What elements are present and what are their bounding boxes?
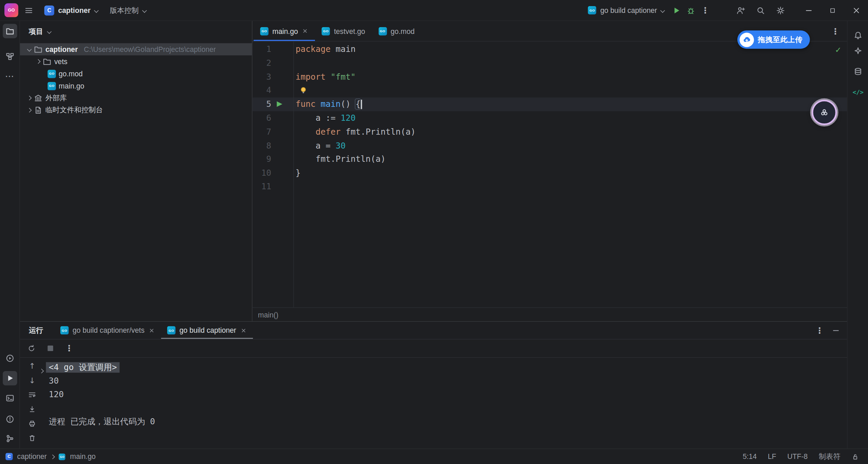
print-icon[interactable] <box>25 417 39 430</box>
collapse-chevron-icon[interactable] <box>27 96 32 100</box>
project-selector[interactable]: C captioner <box>39 2 103 18</box>
console-more-icon[interactable]: ⋮ <box>62 341 76 355</box>
console-body: ↑ ↓ <4 go 设置调用> 30 120 进程 已完成，退出代码为 0 <box>20 358 847 448</box>
window-maximize-button[interactable] <box>821 0 844 21</box>
more-tools-icon[interactable]: ··· <box>3 69 17 83</box>
hide-panel-icon[interactable] <box>831 326 840 335</box>
tree-row-external-libraries[interactable]: 外部库 <box>20 92 252 104</box>
breadcrumb-main[interactable]: main() <box>258 310 278 318</box>
chevron-down-icon <box>660 8 665 13</box>
project-panel-header[interactable]: 项目 <box>20 21 252 41</box>
next-occurrence-icon[interactable]: ↓ <box>25 374 39 387</box>
clear-console-icon[interactable] <box>25 431 39 445</box>
collapse-chevron-icon[interactable] <box>36 59 41 64</box>
main-menu-icon[interactable] <box>22 3 36 17</box>
inspections-ok-icon[interactable]: ✓ <box>835 45 841 54</box>
library-icon <box>34 94 43 102</box>
tab-label: testvet.go <box>334 27 365 35</box>
window-close-button[interactable] <box>844 0 868 21</box>
project-panel-title: 项目 <box>29 26 43 36</box>
go-file-icon: GO <box>59 453 66 460</box>
code-line-10[interactable]: } <box>296 166 301 180</box>
console-fold-text[interactable]: <4 go 设置调用> <box>46 362 120 372</box>
console-line: 120 <box>49 388 842 401</box>
tree-row-maingo[interactable]: GO main.go <box>20 80 252 92</box>
notifications-bell-icon[interactable] <box>851 28 865 42</box>
run-tool-icon[interactable] <box>3 371 17 385</box>
rerun-icon[interactable] <box>24 341 39 355</box>
collapse-chevron-icon[interactable] <box>27 108 32 113</box>
breadcrumb-chevron-icon <box>51 454 55 459</box>
floating-assistant-widget[interactable] <box>811 100 837 125</box>
encoding-widget[interactable]: UTF-8 <box>787 452 808 461</box>
run-config-selector[interactable]: GO go build captioner <box>583 2 669 18</box>
scroll-to-end-icon[interactable] <box>25 403 39 416</box>
problems-tool-icon[interactable] <box>3 412 17 426</box>
indent-widget[interactable]: 制表符 <box>819 451 841 461</box>
window-minimize-button[interactable] <box>796 0 820 21</box>
line-number: 9 <box>252 152 271 166</box>
stop-icon[interactable] <box>43 341 57 355</box>
search-everywhere-icon[interactable] <box>753 3 768 17</box>
run-options-icon[interactable]: ⋮ <box>815 326 824 335</box>
prev-occurrence-icon[interactable]: ↑ <box>25 360 39 373</box>
close-tab-icon[interactable] <box>302 28 309 35</box>
vcs-widget[interactable]: 版本控制 <box>105 2 151 18</box>
structure-tool-icon[interactable] <box>3 49 17 63</box>
drag-upload-button[interactable]: 拖拽至此上传 <box>737 31 810 49</box>
code-line-8[interactable]: a = 30 <box>296 139 346 153</box>
console-fold-expander[interactable] <box>40 365 43 375</box>
debug-button[interactable] <box>684 3 698 17</box>
tree-label: captioner <box>45 45 78 53</box>
soft-wrap-icon[interactable] <box>25 388 39 401</box>
run-main-gutter-icon[interactable] <box>277 101 282 107</box>
run-button[interactable] <box>669 3 684 17</box>
code-line-7[interactable]: defer fmt.Println(a) <box>296 125 416 139</box>
tree-row-vets[interactable]: vets <box>20 55 252 67</box>
console-fold-line[interactable]: <4 go 设置调用> <box>49 361 842 374</box>
close-tab-icon[interactable] <box>240 327 247 334</box>
console-line: 30 <box>49 374 842 388</box>
settings-icon[interactable] <box>773 3 788 17</box>
statusbar-project-name[interactable]: captioner <box>17 452 47 461</box>
goland-logo-icon[interactable]: GO <box>4 3 18 17</box>
code-with-me-icon[interactable] <box>733 3 748 17</box>
tab-options-icon[interactable]: ⋮ <box>828 24 842 39</box>
code-line-3[interactable]: import "fmt" <box>296 70 356 84</box>
editor-tab-gomod[interactable]: GO go.mod <box>372 21 421 41</box>
tree-row-scratches[interactable]: 临时文件和控制台 <box>20 104 252 116</box>
caret-position-widget[interactable]: 5:14 <box>743 452 756 461</box>
tab-label: main.go <box>272 27 298 35</box>
version-control-tool-icon[interactable] <box>3 431 17 446</box>
console-output: <4 go 设置调用> 30 120 进程 已完成，退出代码为 0 <box>49 361 842 428</box>
run-tab-captioner[interactable]: GO go build captioner <box>161 322 253 339</box>
run-tab-vets[interactable]: GO go build captioner/vets <box>54 322 161 339</box>
cloud-upload-icon <box>739 33 754 47</box>
code-line-6[interactable]: a := 120 <box>296 111 356 125</box>
code-line-5[interactable]: func main() { <box>296 97 362 111</box>
ai-assistant-icon[interactable] <box>851 44 865 58</box>
line-separator-widget[interactable]: LF <box>768 452 776 461</box>
expand-chevron-icon[interactable] <box>27 47 32 52</box>
code-editor[interactable]: 1 2 3 4 5 6 7 8 9 10 11 package main imp… <box>252 41 847 307</box>
terminal-tool-icon[interactable] <box>3 391 17 405</box>
tree-row-captioner[interactable]: captioner C:\Users\meow\GolandProjects\c… <box>20 43 252 55</box>
more-actions-icon[interactable]: ⋮ <box>698 3 712 17</box>
statusbar-file-name[interactable]: main.go <box>70 452 96 461</box>
endpoints-tool-icon[interactable]: </> <box>851 85 865 99</box>
project-tool-icon[interactable] <box>3 24 17 38</box>
tree-path: C:\Users\meow\GolandProjects\captioner <box>84 45 216 53</box>
lock-icon[interactable] <box>851 453 859 461</box>
code-line-9[interactable]: fmt.Println(a) <box>296 152 386 166</box>
editor-tab-testvetgo[interactable]: GO testvet.go <box>315 21 372 41</box>
database-tool-icon[interactable] <box>851 64 865 78</box>
run-toolbar: ⋮ <box>20 340 847 358</box>
line-number: 5 <box>252 97 271 111</box>
services-tool-icon[interactable] <box>3 351 17 365</box>
close-tab-icon[interactable] <box>149 327 155 334</box>
code-line-1[interactable]: package main <box>296 43 356 57</box>
tree-row-gomod[interactable]: GO go.mod <box>20 67 252 80</box>
intention-bulb-icon[interactable] <box>299 86 308 95</box>
editor-tab-maingo[interactable]: GO main.go <box>254 21 315 41</box>
line-number: 4 <box>252 84 271 98</box>
